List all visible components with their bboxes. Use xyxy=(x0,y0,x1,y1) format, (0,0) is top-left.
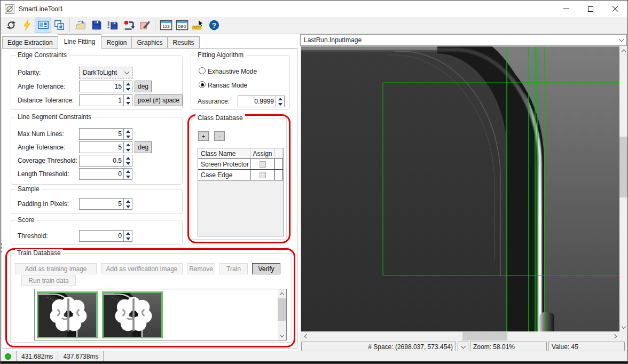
scroll-down-button[interactable] xyxy=(278,331,286,340)
assign-checkbox[interactable] xyxy=(260,172,266,178)
col-class-name[interactable]: Class Name xyxy=(198,148,250,159)
close-icon xyxy=(612,6,618,12)
toolbar: 123 DBG ? xyxy=(1,17,627,34)
close-button[interactable] xyxy=(603,1,627,17)
scrollbar-thumb[interactable] xyxy=(462,332,507,341)
coverage-threshold-input[interactable] xyxy=(80,155,123,166)
remove-class-button[interactable]: - xyxy=(214,131,225,141)
record-arrow-icon xyxy=(123,19,135,31)
run-train-data-button[interactable]: Run train data xyxy=(21,275,76,286)
panel-window-icon xyxy=(37,19,49,31)
polarity-dropdown[interactable]: DarkToLight xyxy=(79,67,132,78)
threshold-spinner[interactable] xyxy=(123,231,132,241)
threshold-input[interactable] xyxy=(80,231,123,241)
save-floppy-icon xyxy=(91,19,103,31)
exhaustive-mode-radio[interactable] xyxy=(199,67,206,74)
max-num-lines-label: Max Num Lines: xyxy=(18,130,64,138)
distance-tolerance-input[interactable] xyxy=(80,95,123,106)
col-assign[interactable]: Assign xyxy=(250,148,275,159)
padding-field xyxy=(79,198,132,210)
scroll-up-button[interactable] xyxy=(278,289,286,298)
debug-display-button[interactable]: DBG xyxy=(174,18,190,33)
tab-results[interactable]: Results xyxy=(167,36,199,49)
image-viewport[interactable] xyxy=(301,46,619,331)
ls-angle-tolerance-spinner[interactable] xyxy=(123,142,132,153)
train-list-scrollbar[interactable] xyxy=(278,289,286,340)
polarity-value: DarkToLight xyxy=(83,69,117,76)
train-thumbnail-1[interactable] xyxy=(37,291,98,338)
numeric-display-button[interactable]: 123 xyxy=(158,18,174,33)
assurance-spinner[interactable] xyxy=(276,96,284,107)
coverage-threshold-spinner[interactable] xyxy=(123,155,132,166)
assurance-field xyxy=(238,96,285,107)
distance-tolerance-spinner[interactable] xyxy=(123,95,132,106)
float-panel-button[interactable] xyxy=(51,18,67,33)
ransac-mode-label: Ransac Mode xyxy=(208,82,247,89)
run-continuous-button[interactable] xyxy=(3,18,19,33)
maximize-icon xyxy=(588,6,593,12)
measure-button[interactable] xyxy=(190,18,206,33)
run-once-button[interactable] xyxy=(19,18,35,33)
image-horizontal-scrollbar[interactable] xyxy=(301,332,619,341)
image-vertical-scrollbar[interactable] xyxy=(619,46,628,331)
add-training-image-button[interactable]: Add as training image xyxy=(15,263,97,274)
add-class-button[interactable]: + xyxy=(198,131,209,141)
image-source-combobox[interactable]: LastRun.InputImage xyxy=(300,34,627,46)
assign-checkbox[interactable] xyxy=(260,161,266,168)
train-database-highlight: Train Database Add as training image Add… xyxy=(5,248,295,347)
scrollbar-thumb[interactable] xyxy=(619,137,628,197)
svg-text:123: 123 xyxy=(162,24,170,29)
class-row-case-edge[interactable]: Case Edge xyxy=(198,170,283,180)
spin-up-icon xyxy=(126,170,130,173)
max-num-lines-spinner[interactable] xyxy=(123,129,132,139)
length-threshold-input[interactable] xyxy=(80,169,123,179)
maximize-button[interactable] xyxy=(578,1,603,17)
angle-tolerance-input[interactable] xyxy=(80,81,123,92)
toolbar-separator xyxy=(155,19,155,31)
padding-input[interactable] xyxy=(80,199,123,209)
tool-edit-panel: Edge Extraction Line Fitting Region Grap… xyxy=(1,34,298,351)
ls-angle-unit-button[interactable]: deg xyxy=(135,141,152,153)
spin-up-icon xyxy=(126,130,130,133)
train-button[interactable]: Train xyxy=(219,263,248,274)
tab-line-fitting[interactable]: Line Fitting xyxy=(58,34,102,49)
threshold-label: Threshold: xyxy=(18,232,48,240)
scroll-down-button[interactable] xyxy=(619,323,628,331)
window-bottom-edge xyxy=(1,361,627,363)
open-file-button[interactable] xyxy=(73,18,88,33)
angle-tolerance-spinner[interactable] xyxy=(123,81,132,92)
train-thumbnail-2[interactable] xyxy=(102,291,163,338)
add-verification-image-button[interactable]: Add as verification image xyxy=(101,263,183,274)
exhaustive-mode-label: Exhaustive Mode xyxy=(208,68,257,75)
angle-unit-button[interactable]: deg xyxy=(135,81,152,92)
scroll-left-button[interactable] xyxy=(301,332,310,341)
record-reset-button[interactable] xyxy=(121,18,136,33)
assurance-label: Assurance: xyxy=(198,98,230,105)
scroll-right-button[interactable] xyxy=(611,332,619,341)
tab-graphics[interactable]: Graphics xyxy=(131,36,168,49)
length-threshold-spinner[interactable] xyxy=(123,169,132,179)
tab-region[interactable]: Region xyxy=(101,36,132,49)
scroll-up-button[interactable] xyxy=(619,46,628,55)
assurance-input[interactable] xyxy=(238,96,276,107)
save-as-button[interactable] xyxy=(105,18,120,33)
edit-region-button[interactable] xyxy=(137,18,152,33)
class-database-title: Class Database xyxy=(195,114,245,122)
class-database-highlight: Class Database + - Class Name Assign Scr… xyxy=(187,114,291,243)
chevron-right-icon xyxy=(613,334,617,338)
verify-button[interactable]: Verify xyxy=(252,263,280,274)
remove-button[interactable]: Remove xyxy=(187,263,215,274)
tab-edge-extraction[interactable]: Edge Extraction xyxy=(2,36,58,49)
ls-angle-tolerance-input[interactable] xyxy=(80,142,123,153)
max-num-lines-input[interactable] xyxy=(80,129,123,139)
scrollbar-thumb[interactable] xyxy=(278,298,286,321)
save-button[interactable] xyxy=(89,18,104,33)
distance-unit-button[interactable]: pixel (#) space xyxy=(135,94,183,106)
padding-spinner[interactable] xyxy=(123,199,132,209)
class-row-screen-protector[interactable]: Screen Protector xyxy=(198,159,283,170)
ransac-mode-radio[interactable] xyxy=(199,81,206,88)
minimize-button[interactable] xyxy=(554,1,578,17)
open-folder-icon xyxy=(75,19,87,31)
help-button[interactable]: ? xyxy=(206,18,222,33)
show-tool-edit-panel-button[interactable] xyxy=(35,18,51,33)
